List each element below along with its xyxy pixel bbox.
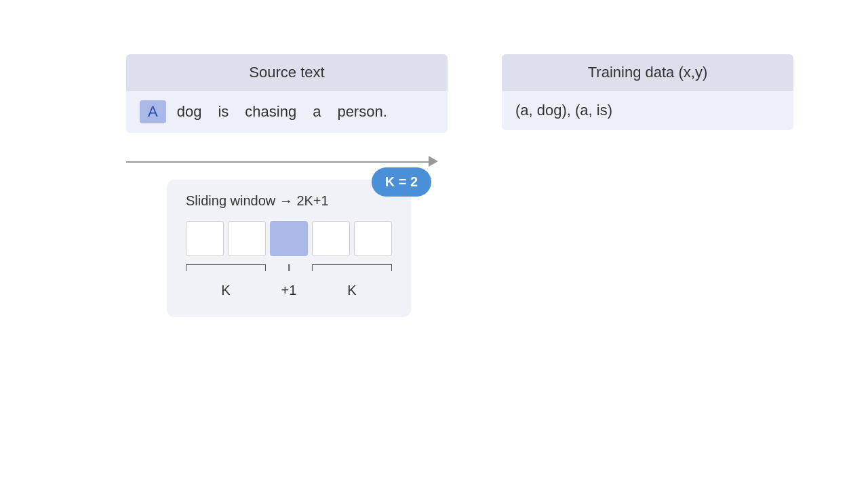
cell-1 [186, 221, 224, 256]
cell-2 [228, 221, 266, 256]
training-data-text: (a, dog), (a, is) [515, 102, 612, 119]
word-person: person. [332, 100, 392, 123]
source-text-header: Source text [126, 54, 448, 91]
label-center: +1 [281, 283, 297, 298]
k-badge: K = 2 [372, 167, 431, 197]
label-k-right: K [312, 283, 392, 298]
label-k-left: K [186, 283, 266, 298]
right-bracket [312, 264, 392, 271]
cell-center [270, 221, 308, 256]
window-cells [186, 221, 392, 256]
cell-4 [312, 221, 350, 256]
word-chasing: chasing [239, 100, 302, 123]
word-a: A [140, 100, 166, 123]
sliding-window-title: Sliding window → 2K+1 [186, 193, 392, 209]
training-data-section: Training data (x,y) (a, dog), (a, is) [502, 54, 793, 133]
cell-5 [354, 221, 392, 256]
main-container: Source text A dog is chasing a person. T… [0, 0, 868, 488]
sliding-window-box: Sliding window → 2K+1 K = 2 K +1 [167, 180, 411, 317]
word-dog: dog [172, 100, 208, 123]
word-a2: a [307, 100, 326, 123]
left-bracket [186, 264, 266, 271]
training-data-body: (a, dog), (a, is) [502, 91, 793, 130]
source-text-body: A dog is chasing a person. [126, 91, 448, 133]
word-is: is [212, 100, 234, 123]
top-row: Source text A dog is chasing a person. T… [0, 54, 868, 133]
sliding-window-container: Sliding window → 2K+1 K = 2 K +1 [167, 180, 411, 317]
training-data-header: Training data (x,y) [502, 54, 793, 91]
arrow-row [0, 153, 868, 169]
source-text-section: Source text A dog is chasing a person. [126, 54, 448, 133]
center-mark [288, 264, 290, 271]
